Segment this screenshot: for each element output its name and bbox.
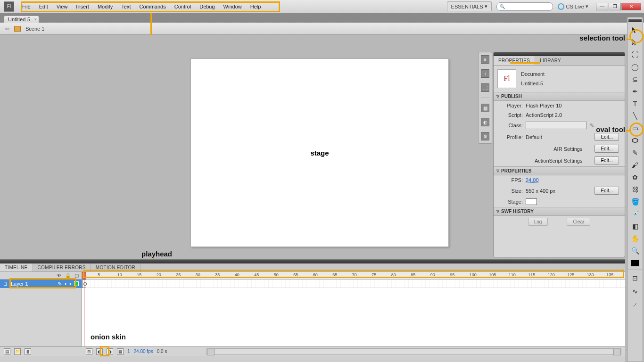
selection-tool[interactable] (629, 25, 641, 35)
menu-window[interactable]: Window (219, 4, 246, 9)
document-tabs: Untitled-5× (0, 13, 644, 23)
center-frame-button[interactable]: ⊞ (86, 348, 92, 355)
script-label: Script: (499, 112, 523, 118)
menu-text[interactable]: Text (117, 4, 135, 9)
color-panel-icon[interactable]: ◐ (481, 118, 489, 126)
pencil-tool[interactable]: ✎ (629, 148, 641, 158)
swatches-panel-icon[interactable]: ▦ (481, 104, 489, 112)
properties-panel: PROPERTIES LIBRARY Fl Document Untitled-… (493, 52, 625, 257)
bone-tool[interactable]: ⛓ (629, 184, 641, 195)
fps-label: FPS: (499, 177, 523, 183)
scene-icon (14, 26, 21, 32)
tab-library[interactable]: LIBRARY (535, 56, 566, 65)
visibility-icon[interactable]: 👁 (57, 273, 61, 278)
pen-tool[interactable]: ✒ (629, 86, 641, 97)
back-arrow-icon[interactable]: ⇦ (5, 25, 9, 32)
class-input[interactable] (526, 122, 587, 129)
tab-compiler-errors[interactable]: COMPILER ERRORS (33, 263, 91, 272)
size-edit-button[interactable]: Edit... (594, 187, 619, 195)
onion-skin-button[interactable]: ◐ (96, 348, 103, 355)
text-tool[interactable]: T (629, 99, 641, 109)
oval-tool[interactable] (629, 135, 641, 146)
menu-edit[interactable]: Edit (35, 4, 52, 9)
tab-motion-editor[interactable]: MOTION EDITOR (91, 263, 140, 272)
menu-file[interactable]: File (18, 4, 35, 9)
profile-edit-button[interactable]: Edit... (594, 133, 619, 141)
zoom-tool[interactable]: 🔍 (629, 246, 641, 256)
fps-value[interactable]: 24.00 (526, 177, 539, 183)
menu-modify[interactable]: Modify (93, 4, 117, 9)
current-frame[interactable]: 1 (127, 349, 130, 354)
outline-icon[interactable]: ▢ (74, 273, 79, 278)
lasso-tool[interactable]: ⊆ (629, 74, 641, 84)
new-folder-button[interactable]: 📁 (14, 348, 21, 355)
eyedropper-tool[interactable]: 💉 (629, 209, 641, 219)
section-swf-history[interactable]: SWF HISTORY (494, 207, 625, 216)
rectangle-tool[interactable]: ▭ (629, 123, 641, 133)
timeline-scrollbar[interactable] (206, 348, 621, 355)
section-properties[interactable]: PROPERTIES (494, 166, 625, 175)
delete-layer-button[interactable]: 🗑 (25, 348, 31, 355)
paint-bucket-tool[interactable]: 🪣 (629, 197, 641, 207)
line-tool[interactable]: ╲ (629, 111, 641, 121)
profile-label: Profile: (499, 134, 523, 140)
pencil-icon[interactable]: ✎ (590, 123, 594, 129)
playhead[interactable] (84, 272, 84, 346)
stage[interactable]: stage (190, 58, 449, 247)
3d-rotation-tool[interactable]: ◯ (629, 62, 641, 72)
subselection-tool[interactable] (629, 37, 641, 48)
stage-color-label: Stage: (499, 199, 523, 205)
smooth-option[interactable]: ∿ (629, 286, 641, 296)
doc-type: Document (521, 71, 545, 77)
eraser-tool[interactable]: ◧ (629, 221, 641, 231)
section-publish[interactable]: PUBLISH (494, 92, 625, 101)
frames-area[interactable]: 1510152025303540455055606570758085909510… (82, 272, 625, 346)
snap-option[interactable]: ⊡ (629, 273, 641, 283)
as-edit-button[interactable]: Edit... (594, 156, 619, 165)
air-edit-button[interactable]: Edit... (594, 145, 619, 153)
window-minimize[interactable]: — (596, 3, 608, 10)
player-value: Flash Player 10 (526, 103, 619, 108)
menu-commands[interactable]: Commands (135, 4, 170, 9)
menu-insert[interactable]: Insert (72, 4, 93, 9)
layer-name[interactable]: Layer 1 (11, 281, 28, 287)
brush-tool[interactable]: 🖌 (629, 160, 641, 170)
deco-tool[interactable]: ✿ (629, 172, 641, 182)
hand-tool[interactable]: ✋ (629, 233, 641, 244)
cs-live-button[interactable]: CS Live ▾ (558, 3, 588, 10)
tools-panel: ⛶ ◯ ⊆ ✒ T ╲ ▭ ✎ 🖌 ✿ ⛓ 🪣 💉 ◧ ✋ 🔍 (627, 17, 643, 283)
menu-view[interactable]: View (52, 4, 72, 9)
layer-row[interactable]: 🗋Layer 1 ✎ •• (0, 280, 82, 288)
menu-help[interactable]: Help (246, 4, 265, 9)
layer-column: 👁 🔒 ▢ 🗋Layer 1 ✎ •• (0, 272, 82, 346)
tab-properties[interactable]: PROPERTIES (494, 56, 535, 65)
fps-display[interactable]: 24.00 fps (134, 349, 153, 354)
edit-multiple-frames-button[interactable]: ▦ (117, 348, 124, 355)
tab-timeline[interactable]: TIMELINE (0, 263, 33, 272)
lock-icon[interactable]: 🔒 (65, 273, 71, 278)
free-transform-tool[interactable]: ⛶ (629, 49, 641, 60)
clear-button[interactable]: Clear (567, 218, 590, 226)
workspace-switcher[interactable]: ESSENTIALS ▾ (447, 1, 492, 11)
playhead-marker[interactable] (82, 272, 86, 279)
menu-debug[interactable]: Debug (195, 4, 219, 9)
stage-color-swatch[interactable] (526, 198, 537, 205)
document-tab[interactable]: Untitled-5× (4, 16, 39, 23)
stroke-color[interactable] (629, 258, 641, 268)
straighten-option[interactable]: ⟋ (629, 299, 641, 310)
transform-panel-icon[interactable]: ⛶ (481, 83, 489, 92)
library-panel-icon[interactable]: ⚙ (481, 132, 489, 140)
log-button[interactable]: Log (528, 218, 548, 226)
scene-name[interactable]: Scene 1 (25, 26, 44, 32)
window-restore[interactable]: ❐ (609, 3, 621, 10)
frame-ruler[interactable]: 1510152025303540455055606570758085909510… (82, 272, 625, 280)
menu-control[interactable]: Control (170, 4, 195, 9)
search-input[interactable] (496, 2, 553, 11)
info-panel-icon[interactable]: i (481, 69, 489, 78)
align-panel-icon[interactable]: ≡ (481, 55, 489, 64)
timeline-footer: ▤ 📁 🗑 ⊞ ◐ ◑ ▦ 1 24.00 fps 0.0 s (0, 346, 625, 356)
window-close[interactable]: ✕ (621, 3, 641, 10)
onion-skin-outlines-button[interactable]: ◑ (107, 348, 113, 355)
new-layer-button[interactable]: ▤ (4, 348, 10, 355)
close-tab-icon[interactable]: × (34, 17, 37, 22)
